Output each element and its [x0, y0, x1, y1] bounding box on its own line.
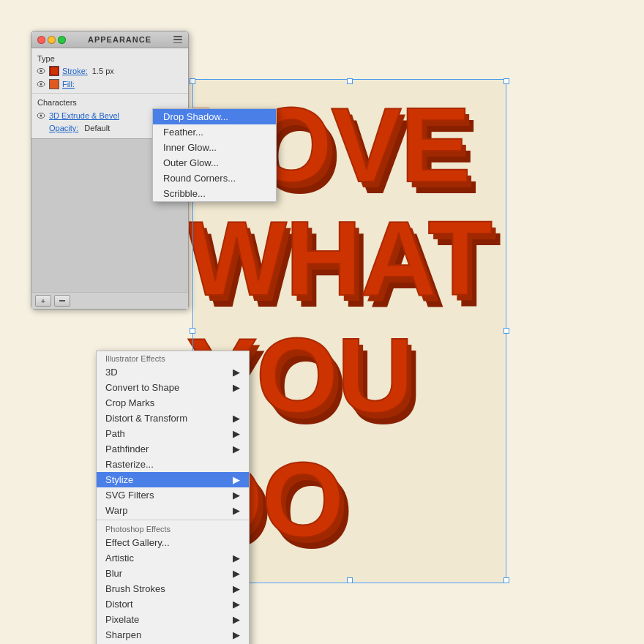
effect-3d-label[interactable]: 3D Extrude & Bevel: [49, 111, 119, 120]
maximize-button[interactable]: [58, 36, 66, 44]
submenu-feather-label: Feather...: [163, 127, 203, 138]
opacity-value: Default: [84, 124, 110, 132]
menu-item-pixelate-label: Pixelate: [105, 614, 139, 625]
submenu-feather[interactable]: Feather...: [153, 124, 276, 140]
context-menu: Illustrator Effects 3D ▶ Convert to Shap…: [96, 351, 250, 644]
menu-item-svg-arrow: ▶: [233, 490, 240, 501]
menu-item-blur-arrow: ▶: [233, 568, 240, 579]
menu-item-pixelate[interactable]: Pixelate ▶: [97, 612, 249, 627]
handle-top-mid[interactable]: [347, 78, 353, 84]
effect-visibility-eye[interactable]: [36, 111, 46, 121]
stroke-visibility-eye[interactable]: [36, 66, 46, 76]
svg-point-3: [40, 83, 42, 86]
menu-item-brush[interactable]: Brush Strokes ▶: [97, 581, 249, 596]
delete-effect-button[interactable]: [54, 295, 70, 307]
menu-item-sharpen[interactable]: Sharpen ▶: [97, 627, 249, 643]
menu-item-stylize[interactable]: Stylize ▶: [97, 472, 249, 487]
submenu-outer-glow[interactable]: Outer Glow...: [153, 155, 276, 171]
menu-item-warp[interactable]: Warp ▶: [97, 503, 249, 518]
menu-item-artistic-arrow: ▶: [233, 553, 240, 564]
menu-item-svg[interactable]: SVG Filters ▶: [97, 487, 249, 503]
menu-item-brush-label: Brush Strokes: [105, 583, 165, 594]
menu-separator-1: [97, 520, 249, 520]
stroke-color-swatch[interactable]: [49, 66, 59, 76]
menu-item-pixelate-arrow: ▶: [233, 614, 240, 625]
menu-item-svg-label: SVG Filters: [105, 490, 154, 501]
handle-top-left[interactable]: [190, 78, 195, 84]
menu-item-pathfinder-arrow: ▶: [233, 443, 240, 454]
menu-item-distort-label: Distort & Transform: [105, 413, 187, 424]
menu-item-pathfinder[interactable]: Pathfinder ▶: [97, 441, 249, 457]
add-new-effect-button[interactable]: +: [35, 295, 51, 307]
menu-item-pathfinder-label: Pathfinder: [105, 443, 149, 454]
panel-divider-1: [31, 93, 188, 94]
menu-item-effect-gallery[interactable]: Effect Gallery...: [97, 535, 249, 550]
menu-item-effect-gallery-label: Effect Gallery...: [105, 537, 170, 548]
submenu-round-corners[interactable]: Round Corners...: [153, 171, 276, 186]
menu-item-3d[interactable]: 3D ▶: [97, 364, 249, 380]
menu-item-rasterize-label: Rasterize...: [105, 459, 154, 470]
menu-item-warp-arrow: ▶: [233, 505, 240, 516]
menu-item-artistic[interactable]: Artistic ▶: [97, 550, 249, 566]
menu-item-path-label: Path: [105, 428, 125, 439]
menu-item-sharpen-arrow: ▶: [233, 629, 240, 640]
panel-titlebar: APPEARANCE: [31, 31, 188, 48]
menu-item-distort-arrow: ▶: [233, 413, 240, 424]
menu-item-path-arrow: ▶: [233, 428, 240, 439]
menu-item-blur[interactable]: Blur ▶: [97, 566, 249, 581]
submenu-drop-shadow[interactable]: Drop Shadow...: [153, 109, 276, 124]
stroke-value: 1.5 px: [92, 67, 114, 75]
opacity-label[interactable]: Opacity:: [49, 124, 78, 132]
menu-item-stylize-label: Stylize: [105, 474, 133, 485]
minimize-button[interactable]: [48, 36, 56, 44]
submenu-scribble[interactable]: Scribble...: [153, 186, 276, 201]
svg-point-1: [40, 70, 42, 72]
fill-visibility-eye[interactable]: [36, 79, 46, 89]
panel-window-controls: [37, 36, 66, 44]
type-label: Type: [31, 53, 188, 64]
menu-item-warp-label: Warp: [105, 505, 128, 516]
menu-item-blur-label: Blur: [105, 568, 122, 579]
svg-point-5: [40, 115, 42, 117]
panel-menu-icon[interactable]: [173, 36, 182, 43]
menu-item-3d-label: 3D: [105, 367, 118, 378]
menu-item-artistic-label: Artistic: [105, 553, 134, 564]
svg-rect-6: [59, 300, 65, 302]
menu-section-photoshop: Photoshop Effects: [97, 522, 249, 535]
menu-item-brush-arrow: ▶: [233, 583, 240, 594]
menu-item-3d-arrow: ▶: [233, 367, 240, 378]
characters-label: Characters: [31, 96, 188, 109]
menu-item-path[interactable]: Path ▶: [97, 426, 249, 441]
handle-top-right[interactable]: [503, 78, 509, 84]
stylize-submenu: Drop Shadow... Feather... Inner Glow... …: [152, 108, 277, 202]
menu-item-stylize-arrow: ▶: [233, 474, 240, 485]
submenu-inner-glow[interactable]: Inner Glow...: [153, 140, 276, 155]
menu-item-cropmarks-label: Crop Marks: [105, 397, 154, 408]
handle-bottom-right[interactable]: [503, 577, 509, 583]
submenu-drop-shadow-label: Drop Shadow...: [163, 111, 228, 122]
submenu-outer-glow-label: Outer Glow...: [163, 157, 219, 168]
menu-item-rasterize[interactable]: Rasterize...: [97, 457, 249, 472]
menu-item-convert-label: Convert to Shape: [105, 382, 179, 393]
fill-row[interactable]: Fill:: [31, 78, 188, 91]
panel-footer: +: [31, 292, 188, 309]
menu-item-distort-ps[interactable]: Distort ▶: [97, 596, 249, 612]
menu-item-distort-ps-arrow: ▶: [233, 599, 240, 610]
close-button[interactable]: [37, 36, 45, 44]
handle-mid-left[interactable]: [190, 328, 195, 334]
text-what: WHAT: [187, 198, 491, 320]
submenu-inner-glow-label: Inner Glow...: [163, 142, 217, 153]
submenu-scribble-label: Scribble...: [163, 188, 206, 199]
fill-label[interactable]: Fill:: [62, 80, 75, 89]
menu-item-distort[interactable]: Distort & Transform ▶: [97, 411, 249, 426]
menu-item-convert[interactable]: Convert to Shape ▶: [97, 380, 249, 395]
menu-item-sharpen-label: Sharpen: [105, 629, 141, 640]
fill-color-swatch[interactable]: [49, 79, 59, 89]
submenu-round-corners-label: Round Corners...: [163, 173, 236, 184]
stroke-row[interactable]: Stroke: 1.5 px: [31, 64, 188, 78]
stroke-label[interactable]: Stroke:: [62, 67, 88, 75]
handle-bottom-mid[interactable]: [347, 577, 353, 583]
handle-mid-right[interactable]: [503, 328, 509, 334]
menu-item-cropmarks[interactable]: Crop Marks: [97, 395, 249, 411]
panel-title: APPEARANCE: [88, 35, 151, 44]
